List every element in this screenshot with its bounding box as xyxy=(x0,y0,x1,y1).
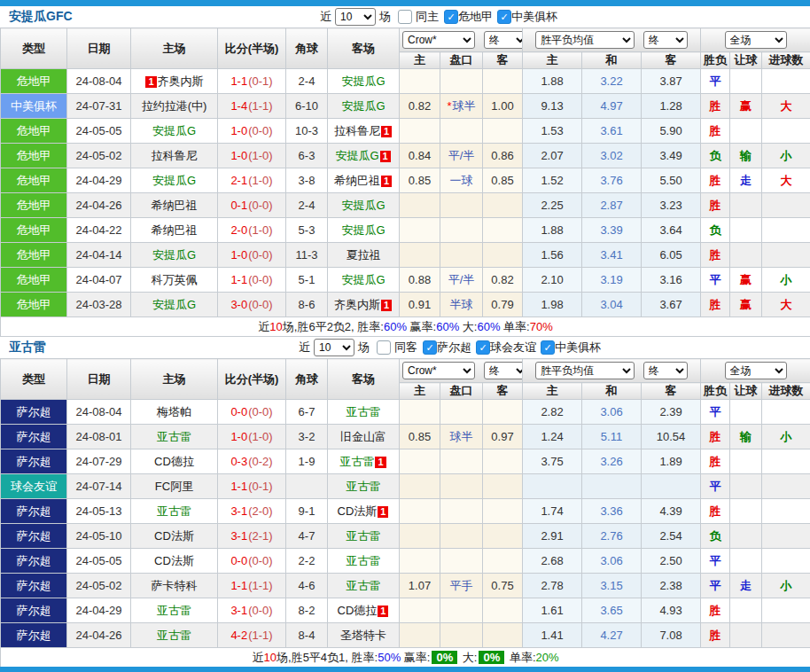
euro-away-odds: 3.64 xyxy=(642,218,701,243)
recent-label: 近 xyxy=(299,340,310,356)
team-name: 齐奥内斯 xyxy=(334,298,380,311)
matches-count-select[interactable]: 10 xyxy=(314,339,354,356)
fulltime-score: 0-0 xyxy=(230,405,247,418)
team-name: 旧金山富 xyxy=(340,430,386,443)
handicap-line: 平手 xyxy=(450,579,473,592)
subcol-euro-draw: 和 xyxy=(582,52,642,69)
league-filter-checkbox[interactable]: ✓ xyxy=(444,10,458,24)
summary-segment: 近 xyxy=(253,651,264,664)
score-cell: 1-4(1-1) xyxy=(218,94,286,119)
halftime-score: (0-0) xyxy=(248,554,272,567)
goals-result-cell: 小 xyxy=(762,574,810,598)
home-team-cell: FC阿里 xyxy=(131,474,218,499)
euro-draw-odds: 3.22 xyxy=(582,69,642,94)
team-section-home: 安提瓜GFC 近 10 场 同主 ✓危地甲✓中美俱杯 类型 xyxy=(0,6,810,337)
subcol-euro-draw: 和 xyxy=(582,383,642,400)
outcome-cell: 胜 xyxy=(701,598,730,623)
asian-company-select[interactable]: Crow* xyxy=(402,31,475,49)
handicap-result-cell: 输 xyxy=(730,144,762,168)
date-cell: 24-03-28 xyxy=(67,293,131,317)
score-cell: 1-1(0-1) xyxy=(218,69,286,94)
team-name: 安提瓜G xyxy=(152,248,196,262)
match-row: 球会友谊24-07-14FC阿里1-1(0-1)亚古雷平 xyxy=(1,474,810,499)
corner-cell: 2-2 xyxy=(286,549,328,574)
asian-company-select[interactable]: Crow* xyxy=(402,362,475,379)
league-filter-checkbox[interactable]: ✓ xyxy=(476,340,490,355)
score-cell: 1-0(0-0) xyxy=(218,243,286,268)
asian-away-odds: 0.75 xyxy=(483,574,523,598)
league-filter-checkbox[interactable]: ✓ xyxy=(423,340,437,355)
asian-handicap-cell xyxy=(440,549,483,574)
matches-count-select[interactable]: 10 xyxy=(335,8,376,26)
subcol-asian-away: 客 xyxy=(483,52,523,69)
summary-segment: 60% xyxy=(477,320,500,333)
euro-time-select[interactable]: 终 xyxy=(643,362,688,379)
date-cell: 24-08-01 xyxy=(67,425,131,449)
halftime-score: (0-2) xyxy=(248,455,272,468)
asian-home-odds xyxy=(400,119,440,144)
euro-away-odds: 1.89 xyxy=(642,449,701,474)
score-cell: 4-2(1-1) xyxy=(218,623,286,648)
date-cell: 24-04-14 xyxy=(67,243,131,268)
euro-draw-odds: 5.11 xyxy=(582,425,642,449)
euro-home-odds: 1.88 xyxy=(523,69,582,94)
date-cell: 24-05-02 xyxy=(67,574,131,598)
goals-result-cell xyxy=(762,69,810,94)
same-venue-checkbox[interactable] xyxy=(398,10,412,24)
halftime-score: (2-0) xyxy=(248,504,272,518)
outcome-cell: 胜 xyxy=(701,243,730,268)
handicap-line: 一球 xyxy=(450,174,473,187)
match-type-badge: 中美俱杯 xyxy=(1,94,67,119)
halftime-score: (1-0) xyxy=(248,174,272,187)
asian-handicap-cell: 平手 xyxy=(440,574,483,598)
euro-draw-odds: 3.76 xyxy=(582,168,642,193)
euro-home-odds: 1.41 xyxy=(523,623,582,648)
asian-home-odds xyxy=(400,524,440,549)
asian-time-select[interactable]: 终 xyxy=(484,31,523,49)
asian-away-odds: 0.85 xyxy=(483,168,523,193)
asian-home-odds xyxy=(400,69,440,94)
league-filter-checkbox[interactable]: ✓ xyxy=(541,340,555,355)
handicap-result-cell xyxy=(730,119,762,144)
team-name: 亚古雷 xyxy=(347,579,381,592)
handicap-line: 平/半 xyxy=(448,273,475,286)
date-cell: 24-04-26 xyxy=(67,623,131,648)
team-name: 亚古雷 xyxy=(347,529,381,543)
asian-home-odds: 0.85 xyxy=(400,425,440,449)
euro-home-odds: 1.56 xyxy=(523,243,582,268)
filter-controls: 近 10 场 同客 ✓萨尔超✓球会友谊✓中美俱杯 xyxy=(298,337,601,358)
league-filter-checkbox[interactable]: ✓ xyxy=(497,10,511,24)
team-name: 安提瓜G xyxy=(341,199,385,212)
match-row: 危地甲24-05-05安提瓜G1-0(0-0)10-3拉科鲁尼11.533.61… xyxy=(1,119,810,144)
fulltime-score: 0-1 xyxy=(230,199,247,212)
same-venue-checkbox[interactable] xyxy=(377,340,391,355)
handicap-result-cell: 赢 xyxy=(730,293,762,317)
date-cell: 24-07-31 xyxy=(67,94,131,119)
outcome-cell: 胜 xyxy=(701,168,730,193)
fulltime-score: 1-0 xyxy=(230,248,247,262)
scope-select[interactable]: 全场 xyxy=(725,31,787,49)
euro-company-select[interactable]: 胜平负均值 xyxy=(535,362,635,379)
subcol-euro-away: 客 xyxy=(642,383,701,400)
match-type-badge: 危地甲 xyxy=(1,218,67,243)
halftime-score: (0-1) xyxy=(248,74,272,88)
corner-cell: 8-2 xyxy=(286,598,328,623)
match-row: 萨尔超24-07-29CD德拉0-3(0-2)1-9亚古雷13.753.261.… xyxy=(1,449,810,474)
asian-time-select[interactable]: 终 xyxy=(484,362,523,379)
score-cell: 3-1(2-1) xyxy=(218,524,286,549)
match-type-badge: 萨尔超 xyxy=(1,574,67,598)
summary-segment: 单率: xyxy=(506,651,535,664)
summary-segment: 大: xyxy=(459,320,477,333)
fulltime-score: 0-0 xyxy=(230,554,247,567)
euro-time-select[interactable]: 终 xyxy=(643,31,688,49)
home-team-cell: 亚古雷 xyxy=(131,425,218,449)
goals-result-cell xyxy=(762,218,810,243)
euro-away-odds: 10.54 xyxy=(642,425,701,449)
date-cell: 24-05-05 xyxy=(67,549,131,574)
euro-away-odds: 3.16 xyxy=(642,268,701,293)
halftime-score: (2-1) xyxy=(248,529,272,543)
euro-home-odds: 1.88 xyxy=(523,218,582,243)
scope-select[interactable]: 全场 xyxy=(725,362,787,379)
red-card-badge: 1 xyxy=(381,126,392,137)
euro-company-select[interactable]: 胜平负均值 xyxy=(535,31,635,49)
